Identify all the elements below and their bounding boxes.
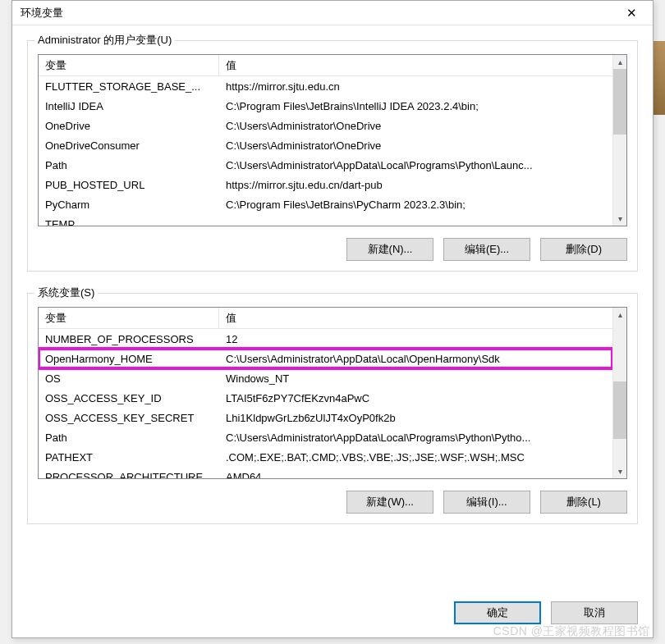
- table-row[interactable]: PyCharmC:\Program Files\JetBrains\PyChar…: [39, 194, 612, 214]
- close-icon[interactable]: ✕: [615, 2, 648, 25]
- col-header-value[interactable]: 值: [219, 55, 612, 76]
- scroll-up-icon[interactable]: ▴: [613, 308, 626, 322]
- cell-variable: FLUTTER_STORAGE_BASE_...: [39, 80, 219, 93]
- cell-value: 12: [219, 333, 612, 345]
- scroll-thumb[interactable]: [613, 69, 626, 135]
- scroll-down-icon[interactable]: ▾: [613, 464, 626, 478]
- user-vars-scrollbar[interactable]: ▴ ▾: [612, 55, 626, 226]
- cell-variable: PyCharm: [39, 199, 219, 211]
- user-vars-buttons: 新建(N)... 编辑(E)... 删除(D): [38, 238, 627, 261]
- table-row[interactable]: PathC:\Users\Administrator\AppData\Local…: [39, 427, 612, 447]
- cell-variable: OneDriveConsumer: [39, 139, 219, 152]
- ok-button[interactable]: 确定: [454, 601, 541, 624]
- table-row[interactable]: OSS_ACCESS_KEY_IDLTAI5tF6zPY7CfEKzvn4aPw…: [39, 388, 612, 408]
- cell-value: LTAI5tF6zPY7CfEKzvn4aPwC: [219, 392, 612, 404]
- cell-variable: Path: [39, 159, 219, 171]
- cell-value: AMD64: [219, 471, 612, 479]
- cell-variable: PROCESSOR_ARCHITECTURE: [39, 471, 219, 479]
- sys-vars-header[interactable]: 变量 值: [39, 308, 612, 329]
- sys-delete-button[interactable]: 删除(L): [540, 491, 627, 514]
- cancel-button[interactable]: 取消: [551, 601, 638, 624]
- cell-value: C:\Users\Administrator\AppData\Local\Pro…: [219, 432, 612, 444]
- sys-vars-scrollbar[interactable]: ▴ ▾: [612, 308, 626, 478]
- sys-vars-label: 系统变量(S): [34, 285, 98, 300]
- table-row[interactable]: PROCESSOR_ARCHITECTUREAMD64: [39, 467, 612, 478]
- user-edit-button[interactable]: 编辑(E)...: [443, 238, 530, 261]
- cell-variable: IntelliJ IDEA: [39, 100, 219, 112]
- cell-variable: Path: [39, 432, 219, 444]
- sys-vars-grid[interactable]: 变量 值 NUMBER_OF_PROCESSORS12OpenHarmony_H…: [38, 307, 627, 479]
- table-row[interactable]: OneDriveConsumerC:\Users\Administrator\O…: [39, 135, 612, 155]
- table-row[interactable]: OSS_ACCESS_KEY_SECRETLhi1KldpwGrLzb6zUlJ…: [39, 408, 612, 427]
- col-header-variable[interactable]: 变量: [39, 55, 219, 76]
- cell-variable: OpenHarmony_HOME: [39, 353, 219, 365]
- cell-value: https://mirror.sjtu.edu.cn: [219, 80, 612, 93]
- user-vars-group: Administrator 的用户变量(U) 变量 值 FLUTTER_STOR…: [27, 40, 638, 272]
- scroll-up-icon[interactable]: ▴: [613, 55, 626, 69]
- user-vars-grid-body: 变量 值 FLUTTER_STORAGE_BASE_...https://mir…: [39, 55, 612, 226]
- cell-variable: OneDrive: [39, 120, 219, 132]
- sys-vars-grid-body: 变量 值 NUMBER_OF_PROCESSORS12OpenHarmony_H…: [39, 308, 612, 478]
- table-row[interactable]: FLUTTER_STORAGE_BASE_...https://mirror.s…: [39, 76, 612, 96]
- cell-value: C:\Program Files\JetBrains\PyCharm 2023.…: [219, 199, 612, 211]
- table-row[interactable]: PATHEXT.COM;.EXE;.BAT;.CMD;.VBS;.VBE;.JS…: [39, 447, 612, 467]
- cell-value: C:\Users\Administrator\OneDrive: [219, 120, 612, 132]
- table-row[interactable]: TEMP: [39, 214, 612, 226]
- cell-value: Lhi1KldpwGrLzb6zUlJT4xOyP0fk2b: [219, 412, 612, 424]
- cell-variable: OSS_ACCESS_KEY_ID: [39, 392, 219, 404]
- user-new-button[interactable]: 新建(N)...: [346, 238, 433, 261]
- col-header-variable[interactable]: 变量: [39, 308, 219, 329]
- sys-vars-buttons: 新建(W)... 编辑(I)... 删除(L): [38, 491, 627, 514]
- cell-variable: OSS_ACCESS_KEY_SECRET: [39, 412, 219, 424]
- table-row[interactable]: PUB_HOSTED_URLhttps://mirror.sjtu.edu.cn…: [39, 175, 612, 194]
- cell-value: C:\Program Files\JetBrains\IntelliJ IDEA…: [219, 100, 612, 112]
- env-vars-dialog: 环境变量 ✕ Administrator 的用户变量(U) 变量 值 FLUTT…: [11, 0, 654, 638]
- table-row[interactable]: OSWindows_NT: [39, 368, 612, 388]
- table-row[interactable]: PathC:\Users\Administrator\AppData\Local…: [39, 155, 612, 175]
- user-delete-button[interactable]: 删除(D): [540, 238, 627, 261]
- dialog-title: 环境变量: [21, 6, 615, 21]
- user-vars-header[interactable]: 变量 值: [39, 55, 612, 76]
- table-row[interactable]: IntelliJ IDEAC:\Program Files\JetBrains\…: [39, 96, 612, 116]
- cell-variable: PUB_HOSTED_URL: [39, 179, 219, 191]
- sys-vars-group: 系统变量(S) 变量 值 NUMBER_OF_PROCESSORS12OpenH…: [27, 293, 638, 524]
- sys-vars-rows: NUMBER_OF_PROCESSORS12OpenHarmony_HOMEC:…: [39, 329, 612, 478]
- sys-new-button[interactable]: 新建(W)...: [346, 491, 433, 514]
- cell-variable: NUMBER_OF_PROCESSORS: [39, 333, 219, 345]
- table-row[interactable]: OneDriveC:\Users\Administrator\OneDrive: [39, 116, 612, 135]
- scroll-down-icon[interactable]: ▾: [613, 212, 626, 226]
- cell-variable: OS: [39, 372, 219, 385]
- table-row[interactable]: OpenHarmony_HOMEC:\Users\Administrator\A…: [39, 349, 612, 368]
- cell-value: https://mirror.sjtu.edu.cn/dart-pub: [219, 179, 612, 191]
- cell-value: C:\Users\Administrator\AppData\Local\Ope…: [219, 353, 612, 365]
- titlebar: 环境变量 ✕: [12, 1, 653, 25]
- cell-value: C:\Users\Administrator\AppData\Local\Pro…: [219, 159, 612, 171]
- user-vars-grid[interactable]: 变量 值 FLUTTER_STORAGE_BASE_...https://mir…: [38, 54, 627, 226]
- table-row[interactable]: NUMBER_OF_PROCESSORS12: [39, 329, 612, 349]
- cell-value: Windows_NT: [219, 372, 612, 385]
- dialog-content: Administrator 的用户变量(U) 变量 值 FLUTTER_STOR…: [12, 25, 653, 596]
- cell-variable: TEMP: [39, 218, 219, 226]
- cell-value: C:\Users\Administrator\OneDrive: [219, 139, 612, 152]
- watermark: CSDN @王家视频教程图书馆: [493, 624, 650, 639]
- sys-edit-button[interactable]: 编辑(I)...: [443, 491, 530, 514]
- cell-variable: PATHEXT: [39, 451, 219, 464]
- user-vars-label: Administrator 的用户变量(U): [34, 33, 175, 48]
- user-vars-rows: FLUTTER_STORAGE_BASE_...https://mirror.s…: [39, 76, 612, 226]
- cell-value: .COM;.EXE;.BAT;.CMD;.VBS;.VBE;.JS;.JSE;.…: [219, 451, 612, 464]
- scroll-thumb[interactable]: [613, 381, 626, 439]
- col-header-value[interactable]: 值: [219, 308, 612, 329]
